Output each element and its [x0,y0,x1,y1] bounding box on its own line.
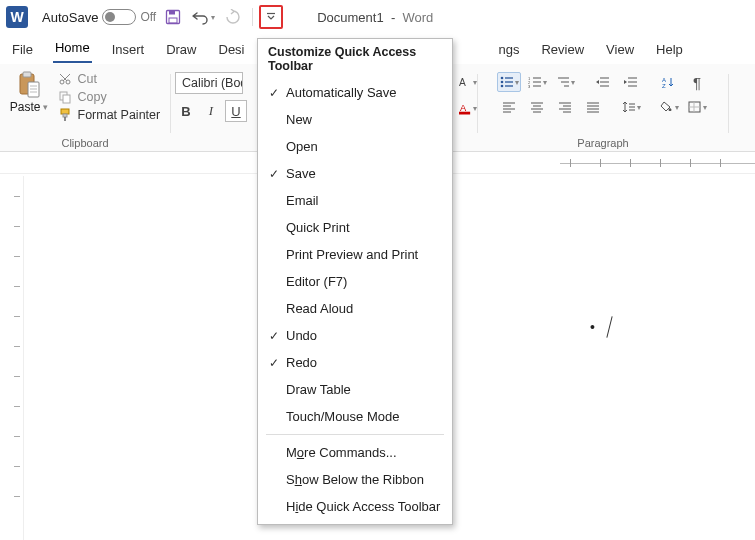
menu-title: Customize Quick Access Toolbar [258,39,452,79]
decrease-indent-button[interactable] [591,72,615,92]
tab-file[interactable]: File [10,38,35,63]
sort-button[interactable]: AZ [657,72,681,92]
menu-item-label: New [286,112,312,127]
svg-rect-2 [169,18,177,23]
cut-label: Cut [78,72,97,86]
scissors-icon [58,72,72,86]
qat-separator [252,8,253,26]
menu-item-email[interactable]: Email [258,187,452,214]
menu-hide-qat[interactable]: Hide Quick Access Toolbar [258,493,452,520]
bold-button[interactable]: B [175,100,197,122]
italic-button[interactable]: I [200,100,222,122]
tab-insert[interactable]: Insert [110,38,147,63]
menu-item-save[interactable]: ✓Save [258,160,452,187]
copy-button[interactable]: Copy [58,90,161,104]
svg-point-24 [500,81,503,84]
menu-separator [266,434,444,435]
check-icon: ✓ [264,167,284,181]
justify-button[interactable] [581,97,605,117]
font-name-combo[interactable]: Calibri (Bod [175,72,243,94]
customize-qat-button[interactable] [264,10,279,25]
check-icon: ✓ [264,86,284,100]
menu-item-label: Editor (F7) [286,274,347,289]
svg-point-26 [500,85,503,88]
menu-item-draw-table[interactable]: Draw Table [258,376,452,403]
autosave-toggle[interactable]: AutoSave Off [42,9,156,25]
svg-rect-15 [63,95,70,103]
menu-item-new[interactable]: New [258,106,452,133]
vertical-ruler[interactable] [0,176,24,540]
redo-icon[interactable] [220,4,246,30]
group-font: Calibri (Bod B I U [171,70,251,151]
check-icon: ✓ [264,356,284,370]
menu-item-open[interactable]: Open [258,133,452,160]
borders-button[interactable]: ▾ [685,97,709,117]
svg-rect-21 [459,112,470,115]
underline-button[interactable]: U [225,100,247,122]
svg-rect-5 [23,72,31,77]
bullets-button[interactable]: ▾ [497,72,521,92]
paste-button[interactable]: Paste▾ [10,70,52,134]
cut-button[interactable]: Cut [58,72,161,86]
menu-item-redo[interactable]: ✓Redo [258,349,452,376]
save-icon[interactable] [160,4,186,30]
tab-design-partial[interactable]: Desi [217,38,247,63]
menu-item-quick-print[interactable]: Quick Print [258,214,452,241]
menu-more-commands[interactable]: More Commands... [258,439,452,466]
menu-item-print-preview-and-print[interactable]: Print Preview and Print [258,241,452,268]
align-right-button[interactable] [553,97,577,117]
tab-help[interactable]: Help [654,38,685,63]
customize-qat-button-highlight [259,5,283,29]
bullet-line: • [590,316,610,338]
increase-indent-button[interactable] [619,72,643,92]
numbering-button[interactable]: 123▾ [525,72,549,92]
menu-show-below-ribbon[interactable]: Show Below the Ribbon [258,466,452,493]
menu-item-label: Save [286,166,316,181]
menu-item-label: Undo [286,328,317,343]
show-marks-button[interactable]: ¶ [685,72,709,92]
font-color-icon[interactable]: A▾ [459,98,477,118]
document-title: Document1 - Word [317,10,433,25]
copy-icon [58,90,72,104]
multilevel-list-button[interactable]: ▾ [553,72,577,92]
tab-view[interactable]: View [604,38,636,63]
copy-label: Copy [78,90,107,104]
group-clipboard: Paste▾ Cut Copy [0,70,170,151]
menu-item-label: Read Aloud [286,301,353,316]
svg-text:Z: Z [662,83,666,88]
align-center-button[interactable] [525,97,549,117]
svg-text:A: A [460,103,467,113]
tab-obscured-tail[interactable]: ngs [497,38,522,63]
format-painter-button[interactable]: Format Painter [58,108,161,122]
menu-item-label: Email [286,193,319,208]
menu-item-label: Quick Print [286,220,350,235]
menu-item-touch-mouse-mode[interactable]: Touch/Mouse Mode [258,403,452,430]
svg-text:3: 3 [528,84,531,88]
font-right-sliver: A▾ A▾ [459,70,477,151]
title-bar: W AutoSave Off ▾ Document1 - Word [0,0,755,34]
menu-item-undo[interactable]: ✓Undo [258,322,452,349]
menu-item-label: Draw Table [286,382,351,397]
text-cursor [606,316,612,338]
tab-home[interactable]: Home [53,36,92,63]
clipboard-icon [15,70,43,100]
change-case-icon[interactable]: A▾ [459,72,477,92]
paste-label: Paste [10,100,41,114]
menu-item-label: Open [286,139,318,154]
svg-rect-1 [169,11,175,15]
undo-icon[interactable]: ▾ [190,4,216,30]
tab-review[interactable]: Review [539,38,586,63]
line-spacing-button[interactable]: ▾ [619,97,643,117]
menu-item-read-aloud[interactable]: Read Aloud [258,295,452,322]
menu-item-automatically-save[interactable]: ✓Automatically Save [258,79,452,106]
svg-text:A: A [459,77,466,88]
tab-draw[interactable]: Draw [164,38,198,63]
bullet-dot-icon: • [590,319,595,335]
autosave-state: Off [140,10,156,24]
shading-button[interactable]: ▾ [657,97,681,117]
align-left-button[interactable] [497,97,521,117]
menu-item-editor-f7-[interactable]: Editor (F7) [258,268,452,295]
toggle-switch[interactable] [102,9,136,25]
customize-qat-menu: Customize Quick Access Toolbar ✓Automati… [257,38,453,525]
chevron-down-icon: ▾ [43,102,48,112]
